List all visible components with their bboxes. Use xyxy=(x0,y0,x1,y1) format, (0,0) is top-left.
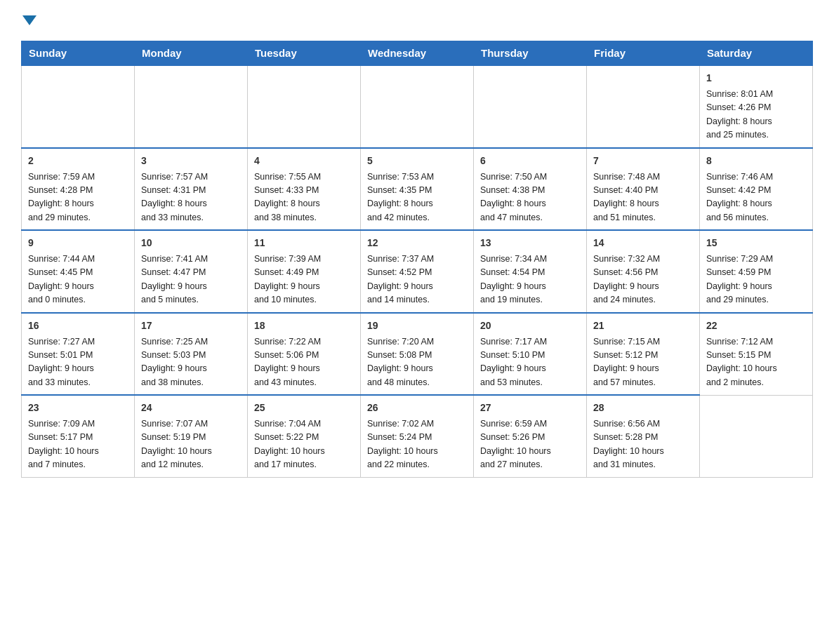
weekday-header-row: SundayMondayTuesdayWednesdayThursdayFrid… xyxy=(22,41,813,66)
day-number: 28 xyxy=(593,401,693,415)
calendar-day-cell: 7Sunrise: 7:48 AMSunset: 4:40 PMDaylight… xyxy=(587,148,700,231)
day-info: Sunrise: 7:41 AMSunset: 4:47 PMDaylight:… xyxy=(141,254,208,304)
day-info: Sunrise: 7:09 AMSunset: 5:17 PMDaylight:… xyxy=(28,419,99,469)
day-info: Sunrise: 7:25 AMSunset: 5:03 PMDaylight:… xyxy=(141,337,208,387)
day-info: Sunrise: 7:29 AMSunset: 4:59 PMDaylight:… xyxy=(706,254,773,304)
day-number: 21 xyxy=(593,318,693,333)
logo xyxy=(21,14,37,28)
day-info: Sunrise: 7:48 AMSunset: 4:40 PMDaylight:… xyxy=(593,172,660,222)
calendar-day-cell: 2Sunrise: 7:59 AMSunset: 4:28 PMDaylight… xyxy=(22,148,135,231)
day-number: 16 xyxy=(28,318,128,333)
day-number: 5 xyxy=(367,154,467,168)
day-number: 15 xyxy=(706,236,806,250)
day-number: 8 xyxy=(706,154,806,168)
weekday-header-saturday: Saturday xyxy=(700,41,813,66)
calendar-day-cell: 11Sunrise: 7:39 AMSunset: 4:49 PMDayligh… xyxy=(248,230,361,313)
day-info: Sunrise: 7:32 AMSunset: 4:56 PMDaylight:… xyxy=(593,254,660,304)
day-number: 14 xyxy=(593,236,693,250)
calendar-day-cell xyxy=(361,65,474,148)
calendar-week-row: 23Sunrise: 7:09 AMSunset: 5:17 PMDayligh… xyxy=(22,395,813,477)
calendar-day-cell xyxy=(135,65,248,148)
day-number: 19 xyxy=(367,318,467,333)
day-info: Sunrise: 7:59 AMSunset: 4:28 PMDaylight:… xyxy=(28,172,95,222)
logo-arrow-icon xyxy=(22,15,37,28)
day-info: Sunrise: 7:20 AMSunset: 5:08 PMDaylight:… xyxy=(367,337,434,387)
day-info: Sunrise: 7:57 AMSunset: 4:31 PMDaylight:… xyxy=(141,172,208,222)
page-header xyxy=(21,14,813,28)
day-info: Sunrise: 7:39 AMSunset: 4:49 PMDaylight:… xyxy=(254,254,321,304)
calendar-day-cell: 23Sunrise: 7:09 AMSunset: 5:17 PMDayligh… xyxy=(22,395,135,477)
day-number: 4 xyxy=(254,154,354,168)
calendar-day-cell: 4Sunrise: 7:55 AMSunset: 4:33 PMDaylight… xyxy=(248,148,361,231)
day-info: Sunrise: 7:22 AMSunset: 5:06 PMDaylight:… xyxy=(254,337,321,387)
weekday-header-thursday: Thursday xyxy=(474,41,587,66)
calendar-day-cell: 17Sunrise: 7:25 AMSunset: 5:03 PMDayligh… xyxy=(135,313,248,396)
calendar-day-cell: 16Sunrise: 7:27 AMSunset: 5:01 PMDayligh… xyxy=(22,313,135,396)
day-number: 24 xyxy=(141,401,241,415)
day-info: Sunrise: 7:55 AMSunset: 4:33 PMDaylight:… xyxy=(254,172,321,222)
svg-marker-0 xyxy=(22,15,37,25)
calendar-header: SundayMondayTuesdayWednesdayThursdayFrid… xyxy=(22,41,813,66)
day-info: Sunrise: 6:56 AMSunset: 5:28 PMDaylight:… xyxy=(593,419,664,469)
calendar-day-cell: 15Sunrise: 7:29 AMSunset: 4:59 PMDayligh… xyxy=(700,230,813,313)
weekday-header-monday: Monday xyxy=(135,41,248,66)
calendar-day-cell xyxy=(700,395,813,477)
day-info: Sunrise: 7:04 AMSunset: 5:22 PMDaylight:… xyxy=(254,419,325,469)
day-info: Sunrise: 7:17 AMSunset: 5:10 PMDaylight:… xyxy=(480,337,547,387)
calendar-day-cell xyxy=(248,65,361,148)
weekday-header-tuesday: Tuesday xyxy=(248,41,361,66)
calendar-table: SundayMondayTuesdayWednesdayThursdayFrid… xyxy=(21,41,813,478)
calendar-day-cell: 18Sunrise: 7:22 AMSunset: 5:06 PMDayligh… xyxy=(248,313,361,396)
weekday-header-friday: Friday xyxy=(587,41,700,66)
day-number: 1 xyxy=(706,71,806,86)
day-info: Sunrise: 7:34 AMSunset: 4:54 PMDaylight:… xyxy=(480,254,547,304)
calendar-day-cell: 19Sunrise: 7:20 AMSunset: 5:08 PMDayligh… xyxy=(361,313,474,396)
calendar-day-cell: 10Sunrise: 7:41 AMSunset: 4:47 PMDayligh… xyxy=(135,230,248,313)
day-info: Sunrise: 7:27 AMSunset: 5:01 PMDaylight:… xyxy=(28,337,95,387)
calendar-day-cell: 28Sunrise: 6:56 AMSunset: 5:28 PMDayligh… xyxy=(587,395,700,477)
calendar-day-cell xyxy=(474,65,587,148)
day-number: 23 xyxy=(28,401,128,415)
calendar-day-cell: 1Sunrise: 8:01 AMSunset: 4:26 PMDaylight… xyxy=(700,65,813,148)
calendar-day-cell: 22Sunrise: 7:12 AMSunset: 5:15 PMDayligh… xyxy=(700,313,813,396)
calendar-body: 1Sunrise: 8:01 AMSunset: 4:26 PMDaylight… xyxy=(22,65,813,477)
day-info: Sunrise: 7:46 AMSunset: 4:42 PMDaylight:… xyxy=(706,172,773,222)
day-info: Sunrise: 7:37 AMSunset: 4:52 PMDaylight:… xyxy=(367,254,434,304)
day-number: 10 xyxy=(141,236,241,250)
calendar-day-cell: 13Sunrise: 7:34 AMSunset: 4:54 PMDayligh… xyxy=(474,230,587,313)
day-number: 22 xyxy=(706,318,806,333)
day-number: 13 xyxy=(480,236,580,250)
calendar-day-cell: 24Sunrise: 7:07 AMSunset: 5:19 PMDayligh… xyxy=(135,395,248,477)
calendar-day-cell: 6Sunrise: 7:50 AMSunset: 4:38 PMDaylight… xyxy=(474,148,587,231)
day-number: 18 xyxy=(254,318,354,333)
day-number: 6 xyxy=(480,154,580,168)
day-number: 3 xyxy=(141,154,241,168)
calendar-day-cell: 3Sunrise: 7:57 AMSunset: 4:31 PMDaylight… xyxy=(135,148,248,231)
day-info: Sunrise: 7:50 AMSunset: 4:38 PMDaylight:… xyxy=(480,172,547,222)
calendar-week-row: 16Sunrise: 7:27 AMSunset: 5:01 PMDayligh… xyxy=(22,313,813,396)
calendar-week-row: 1Sunrise: 8:01 AMSunset: 4:26 PMDaylight… xyxy=(22,65,813,148)
day-number: 11 xyxy=(254,236,354,250)
calendar-day-cell: 20Sunrise: 7:17 AMSunset: 5:10 PMDayligh… xyxy=(474,313,587,396)
calendar-day-cell: 8Sunrise: 7:46 AMSunset: 4:42 PMDaylight… xyxy=(700,148,813,231)
day-number: 17 xyxy=(141,318,241,333)
day-info: Sunrise: 7:12 AMSunset: 5:15 PMDaylight:… xyxy=(706,337,777,387)
day-info: Sunrise: 7:07 AMSunset: 5:19 PMDaylight:… xyxy=(141,419,212,469)
day-number: 27 xyxy=(480,401,580,415)
calendar-day-cell: 12Sunrise: 7:37 AMSunset: 4:52 PMDayligh… xyxy=(361,230,474,313)
calendar-day-cell: 5Sunrise: 7:53 AMSunset: 4:35 PMDaylight… xyxy=(361,148,474,231)
weekday-header-wednesday: Wednesday xyxy=(361,41,474,66)
day-number: 7 xyxy=(593,154,693,168)
day-number: 20 xyxy=(480,318,580,333)
calendar-day-cell: 27Sunrise: 6:59 AMSunset: 5:26 PMDayligh… xyxy=(474,395,587,477)
day-number: 2 xyxy=(28,154,128,168)
day-info: Sunrise: 7:15 AMSunset: 5:12 PMDaylight:… xyxy=(593,337,660,387)
day-info: Sunrise: 8:01 AMSunset: 4:26 PMDaylight:… xyxy=(706,89,773,140)
day-number: 9 xyxy=(28,236,128,250)
day-number: 26 xyxy=(367,401,467,415)
calendar-day-cell: 21Sunrise: 7:15 AMSunset: 5:12 PMDayligh… xyxy=(587,313,700,396)
calendar-week-row: 2Sunrise: 7:59 AMSunset: 4:28 PMDaylight… xyxy=(22,148,813,231)
calendar-day-cell xyxy=(587,65,700,148)
day-number: 12 xyxy=(367,236,467,250)
calendar-day-cell xyxy=(22,65,135,148)
